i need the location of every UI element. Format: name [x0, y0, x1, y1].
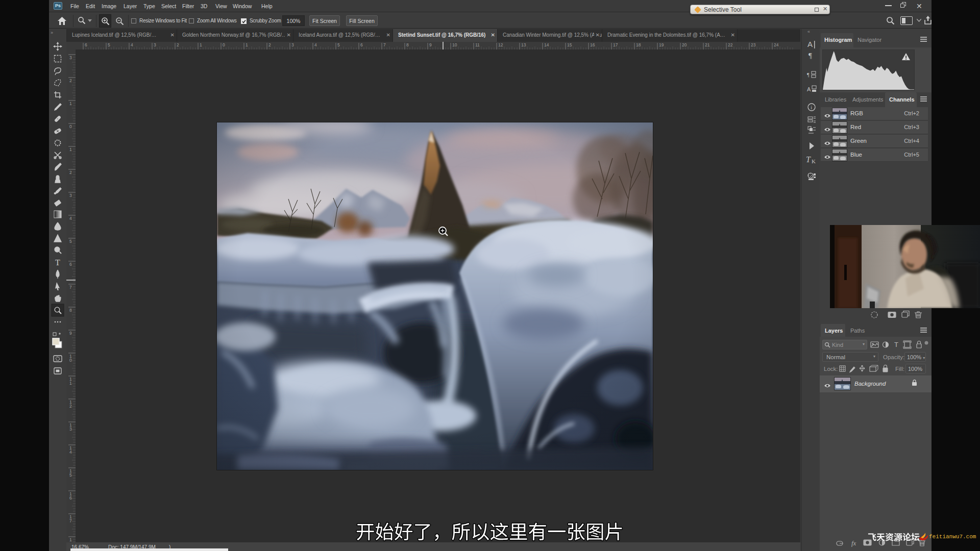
svg-text:15: 15	[567, 42, 572, 47]
svg-text:18: 18	[636, 42, 641, 47]
svg-text:8: 8	[406, 42, 409, 47]
svg-text:2: 2	[69, 78, 72, 83]
svg-text:3: 3	[291, 42, 294, 47]
svg-text:fx: fx	[851, 539, 856, 547]
svg-text:6: 6	[85, 42, 87, 47]
svg-text:7: 7	[69, 285, 72, 290]
svg-text:T: T	[894, 341, 898, 348]
svg-text:12: 12	[498, 42, 503, 47]
svg-text:¶: ¶	[808, 52, 812, 60]
svg-text:20: 20	[682, 42, 687, 47]
svg-text:3: 3	[69, 193, 72, 198]
svg-text:«: «	[807, 29, 810, 34]
svg-text:0: 0	[223, 42, 225, 47]
svg-text:1: 1	[69, 381, 72, 386]
svg-text:2: 2	[69, 404, 72, 409]
svg-text:8: 8	[69, 308, 72, 313]
svg-text:17: 17	[613, 42, 618, 47]
svg-text:4: 4	[69, 216, 72, 221]
svg-text:6: 6	[69, 262, 72, 267]
svg-text:i: i	[811, 105, 812, 110]
svg-text:2: 2	[69, 170, 72, 175]
svg-text:16: 16	[590, 42, 595, 47]
svg-text:A: A	[807, 40, 813, 48]
svg-text:19: 19	[659, 42, 664, 47]
svg-text:¶: ¶	[807, 72, 810, 78]
svg-text:T: T	[55, 258, 60, 267]
svg-text:9: 9	[69, 331, 72, 336]
svg-text:6: 6	[69, 495, 72, 500]
svg-text:1: 1	[246, 42, 248, 47]
svg-text:4: 4	[314, 42, 317, 47]
svg-text:24: 24	[774, 42, 779, 47]
svg-text:7: 7	[383, 42, 386, 47]
svg-text:11: 11	[475, 42, 480, 47]
svg-text:K: K	[812, 158, 816, 164]
svg-text:1: 1	[69, 147, 72, 152]
svg-text:3: 3	[69, 427, 72, 432]
svg-text:1: 1	[200, 42, 202, 47]
svg-text:0: 0	[69, 358, 72, 363]
svg-text:6: 6	[360, 42, 363, 47]
svg-text:A: A	[807, 86, 811, 92]
svg-text:9: 9	[429, 42, 432, 47]
svg-text:»: »	[51, 30, 53, 35]
svg-text:3: 3	[154, 42, 156, 47]
svg-text:2: 2	[268, 42, 271, 47]
svg-text:10: 10	[452, 42, 457, 47]
svg-text:23: 23	[751, 42, 756, 47]
svg-text:2: 2	[177, 42, 179, 47]
svg-text:3: 3	[69, 55, 72, 60]
svg-text:5: 5	[69, 472, 72, 478]
svg-text:14: 14	[544, 42, 549, 47]
svg-text:7: 7	[69, 518, 72, 523]
svg-text:4: 4	[69, 449, 72, 455]
svg-text:5: 5	[69, 239, 72, 244]
svg-text:21: 21	[705, 42, 710, 47]
svg-text:0: 0	[69, 124, 72, 129]
svg-text:T: T	[806, 155, 811, 164]
svg-text:1: 1	[69, 101, 72, 106]
svg-text:13: 13	[521, 42, 526, 47]
svg-text:22: 22	[728, 42, 733, 47]
svg-text:4: 4	[131, 42, 133, 47]
svg-text:5: 5	[337, 42, 340, 47]
svg-text:5: 5	[108, 42, 110, 47]
